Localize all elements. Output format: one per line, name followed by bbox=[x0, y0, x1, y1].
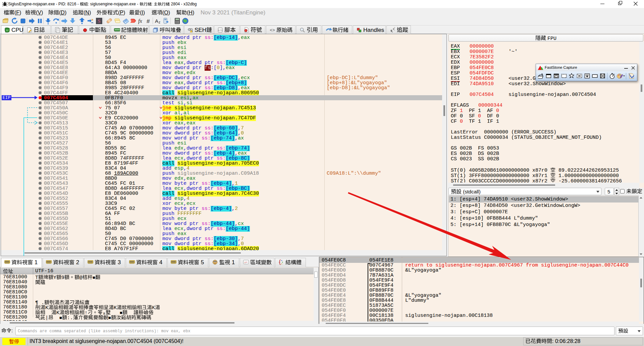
svg-text:32: 32 bbox=[6, 29, 9, 32]
svg-text:#: # bbox=[147, 18, 150, 24]
svg-text:<>: <> bbox=[270, 28, 275, 33]
svg-text:</>: </> bbox=[218, 29, 223, 32]
svg-text:S: S bbox=[98, 18, 100, 24]
svg-text:?: ? bbox=[394, 27, 395, 29]
svg-text:x=: x= bbox=[244, 261, 248, 264]
svg-text:fx: fx bbox=[138, 18, 142, 24]
svg-text:z: z bbox=[159, 20, 160, 24]
svg-text:A: A bbox=[155, 18, 158, 24]
svg-text:!: ! bbox=[192, 30, 193, 33]
